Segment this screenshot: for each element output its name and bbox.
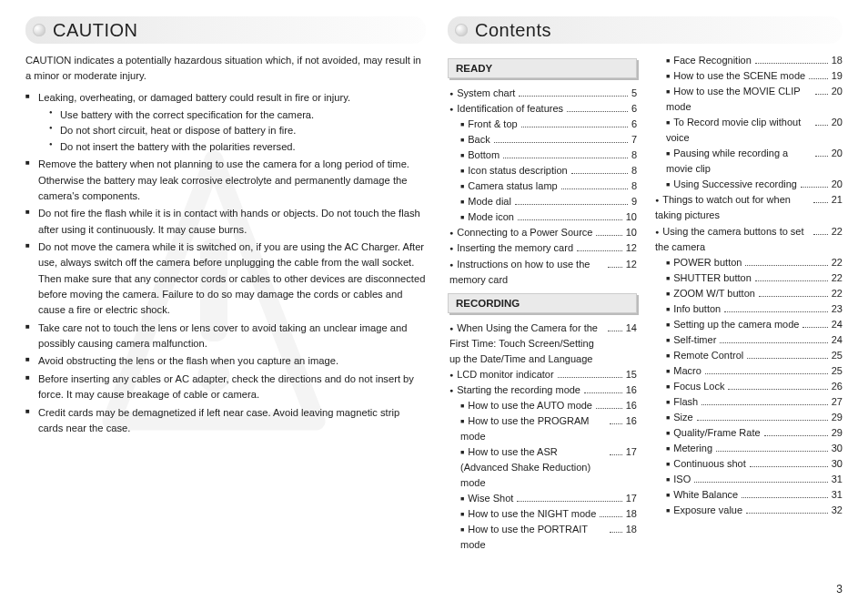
toc-entry: Using the camera buttons to set the came…	[653, 224, 843, 255]
toc-entry-page: 30	[832, 456, 843, 472]
toc-entry-label: Camera status lamp	[460, 178, 558, 194]
toc-leader	[728, 389, 827, 390]
toc-entry-page: 17	[626, 491, 637, 506]
caution-subitem: Do not insert the battery with the polar…	[38, 139, 426, 155]
toc-entry-label: Using Successive recording	[666, 177, 797, 192]
toc-entry-page: 29	[832, 410, 843, 425]
toc-leader	[610, 532, 622, 533]
toc-entry-label: System chart	[449, 86, 515, 101]
toc-entry-page: 26	[832, 379, 843, 394]
toc-entry-label: Focus Lock	[666, 379, 724, 394]
caution-item: Do not fire the flash while it is in con…	[25, 206, 426, 238]
toc-entry-page: 8	[631, 178, 637, 194]
caution-list: Leaking, overheating, or damaged battery…	[25, 90, 426, 437]
toc-leader	[705, 373, 828, 374]
toc-entry-label: How to use the PROGRAM mode	[460, 413, 606, 444]
contents-panel: Contents READYSystem chart5Identificatio…	[448, 16, 843, 590]
page-number: 3	[836, 583, 843, 596]
toc-column-1: READYSystem chart5Identification of feat…	[448, 53, 637, 590]
toc-entry: Bottom8	[448, 148, 637, 163]
toc-entry: Flash27	[653, 394, 843, 410]
toc-entry-page: 22	[832, 270, 843, 286]
toc-entry-label: Instructions on how to use the memory ca…	[449, 257, 604, 288]
toc-entry: How to use the AUTO mode16	[448, 398, 637, 413]
toc-entry: Instructions on how to use the memory ca…	[448, 257, 637, 288]
toc-entry-label: How to use the MOVIE CLIP mode	[666, 84, 812, 115]
toc-entry-label: When Using the Camera for the First Time…	[449, 321, 604, 367]
toc-leader	[596, 408, 622, 409]
toc-entry-page: 25	[832, 363, 843, 379]
toc-entry-label: Using the camera buttons to set the came…	[655, 224, 810, 255]
toc-leader	[697, 420, 828, 421]
caution-description: CAUTION indicates a potentially hazardou…	[25, 53, 426, 85]
toc-entry-label: To Record movie clip without voice	[666, 115, 812, 146]
toc-entry: POWER button22	[653, 255, 843, 270]
toc-entry: Mode dial9	[448, 194, 637, 209]
toc-leader	[515, 204, 628, 205]
toc-leader	[755, 280, 828, 281]
toc-leader	[610, 423, 622, 424]
toc-column-2: Face Recognition18How to use the SCENE m…	[653, 53, 843, 590]
toc-entry: Quality/Frame Rate29	[653, 425, 843, 441]
toc-entry: Remote Control25	[653, 348, 843, 363]
toc-leader	[517, 501, 621, 502]
toc-leader	[747, 358, 827, 359]
toc-entry: Focus Lock26	[653, 379, 843, 394]
toc-leader	[561, 188, 628, 189]
caution-item: Do not move the camera while it is switc…	[25, 239, 426, 319]
toc-entry-page: 30	[832, 441, 843, 456]
toc-entry-label: Icon status description	[460, 163, 568, 178]
toc-leader	[764, 435, 828, 436]
toc-entry-page: 18	[626, 522, 637, 537]
toc-entry-label: Remote Control	[666, 348, 743, 363]
toc-entry: Using Successive recording20	[653, 177, 843, 192]
toc-entry-label: Quality/Frame Rate	[666, 425, 761, 441]
title-dot-icon	[455, 24, 468, 36]
toc-entry-label: How to use the NIGHT mode	[460, 506, 596, 522]
toc-entry: Setting up the camera mode24	[653, 317, 843, 332]
toc-entry-label: Mode dial	[460, 194, 511, 209]
caution-item: Before inserting any cables or AC adapte…	[25, 372, 426, 403]
toc-leader	[801, 187, 828, 188]
toc-leader	[759, 296, 828, 297]
toc-entry-page: 21	[832, 192, 843, 208]
toc-entry: ISO31	[653, 472, 843, 487]
toc-entry-page: 9	[631, 194, 637, 209]
toc-leader	[815, 156, 828, 157]
toc-entry-page: 23	[832, 301, 843, 317]
toc-leader	[724, 311, 828, 312]
toc-entry: How to use the PROGRAM mode16	[448, 413, 637, 444]
toc-entry-label: Continuous shot	[666, 456, 746, 472]
toc-entry: LCD monitor indicator15	[448, 367, 637, 382]
toc-leader	[577, 250, 622, 251]
toc-entry: Inserting the memory card12	[448, 240, 637, 256]
toc-leader	[716, 451, 828, 452]
toc-entry-label: Size	[666, 410, 693, 425]
toc-entry-page: 31	[832, 487, 843, 503]
toc-entry: How to use the PORTRAIT mode18	[448, 522, 637, 553]
toc-leader	[746, 513, 828, 514]
toc-entry: How to use the ASR (Advanced Shake Reduc…	[448, 444, 637, 491]
toc-entry: When Using the Camera for the First Time…	[448, 321, 637, 367]
toc-leader	[745, 265, 827, 266]
caution-panel: CAUTION CAUTION indicates a potentially …	[25, 16, 426, 590]
caution-subitem: Use battery with the correct specificati…	[38, 107, 426, 123]
toc-entry-page: 27	[832, 394, 843, 410]
toc-entry-label: Setting up the camera mode	[666, 317, 799, 332]
toc-entry-page: 24	[832, 332, 843, 348]
toc-entry: How to use the NIGHT mode18	[448, 506, 637, 522]
toc-section-header: READY	[448, 58, 637, 78]
caution-title-bar: CAUTION	[25, 16, 426, 44]
toc-entry-page: 12	[626, 240, 637, 256]
toc-entry-label: Wise Shot	[460, 491, 513, 506]
caution-item: Avoid obstructing the lens or the flash …	[25, 353, 426, 369]
toc-entry-page: 16	[626, 382, 637, 398]
toc-leader	[567, 111, 628, 112]
toc-leader	[813, 202, 828, 203]
toc-entry: Exposure value32	[653, 503, 843, 518]
contents-title-bar: Contents	[448, 16, 843, 44]
toc-entry-label: Front & top	[460, 117, 518, 132]
toc-entry: Front & top6	[448, 117, 637, 132]
toc-leader	[518, 219, 622, 220]
toc-entry: Info button23	[653, 301, 843, 317]
